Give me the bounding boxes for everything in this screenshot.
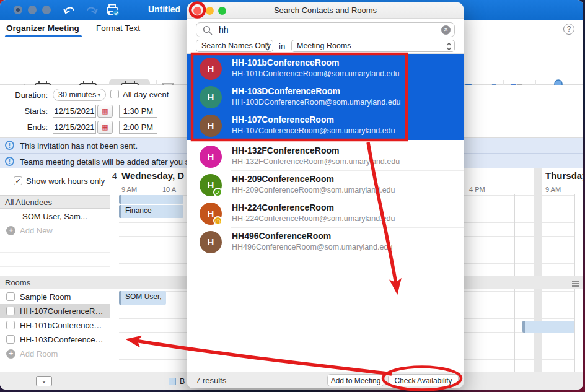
dialog-minimize-button[interactable] [206,7,214,15]
result-name: HH-103DConferenceRoom [232,86,340,96]
duration-label: Duration: [1,90,48,100]
ends-time-field[interactable] [119,121,157,134]
result-email: HH-132FConferenceRoom@som.umaryland.edu [232,157,400,166]
search-contacts-dialog: Search Contacts and Rooms ✕ Search Names… [187,2,464,388]
rooms-header: Rooms [0,276,110,289]
scope-value: Search Names Only [201,41,271,50]
event-label: Finance [125,206,152,215]
search-input[interactable] [218,24,434,36]
dialog-close-button[interactable] [193,7,201,15]
gridline [542,263,574,264]
day2-header: Thursday, D [545,170,583,181]
result-name: HH-224ConferenceRoom [232,203,334,212]
result-row-selected[interactable]: H HH-101bConferenceRoom HH-101bConferenc… [187,54,464,83]
folder-scope-dropdown[interactable]: Meeting Rooms [291,40,455,52]
room-label: HH-107ConferenceRoom [20,307,107,316]
results-count: 7 results [196,376,226,385]
result-email: HH-224ConferenceRoom@som.umaryland.edu [232,214,395,223]
gridline [542,346,574,346]
room-label: HH-101bConferenceRoom [20,321,107,330]
add-new-row[interactable]: + Add New [0,224,110,238]
gridline [542,250,574,250]
room-row-hh103d[interactable]: HH-103DConferenceRoom [0,333,110,347]
infobar-text: This invitation has not been sent. [20,141,138,150]
info-icon: ! [5,141,14,150]
calendar-event-finance[interactable]: Finance [119,205,183,218]
scope-in-label: in [279,41,285,51]
ends-date-field[interactable] [53,121,96,134]
show-work-hours-checkbox[interactable]: ✓ [14,176,22,185]
divider [187,53,464,54]
all-day-label: All day event [123,90,169,99]
clear-search-icon[interactable]: ✕ [441,25,451,35]
close-dot-icon [16,8,20,12]
avatar: H [200,115,222,137]
print-icon[interactable] [104,2,120,17]
all-day-checkbox[interactable] [110,90,119,98]
search-icon [203,25,213,35]
add-room-label: Add Room [20,349,58,359]
dialog-titlebar: Search Contacts and Rooms [187,2,464,19]
calendar-event-som-user[interactable]: SOM User, [119,291,166,305]
attendee-row[interactable]: SOM User, Sam... [22,212,87,221]
result-email: HH-101bConferenceRoom@som.umaryland.edu [232,69,399,78]
search-scope-dropdown[interactable]: Search Names Only [196,40,273,52]
dialog-title: Search Contacts and Rooms [187,6,464,15]
tab-format-text[interactable]: Format Text [96,24,140,33]
room-row-hh101b[interactable]: HH-101bConferenceRoom [0,318,110,333]
result-name: HH-132FConferenceRoom [232,146,339,155]
room-busy-block [522,321,574,333]
result-email: HH-103DConferenceRoom@som.umaryland.edu [232,98,401,107]
minimize-window-button[interactable] [28,6,37,14]
starts-date-picker-icon[interactable]: ▦ [97,105,113,118]
starts-time-field[interactable] [119,105,157,118]
room-row-sample[interactable]: Sample Room [0,290,110,304]
calendar-event[interactable] [119,195,183,204]
dialog-footer: 7 results Add to Meeting Check Availabil… [187,372,464,388]
avatar: H [200,231,222,253]
scope-value: Meeting Rooms [297,41,351,50]
room-checkbox[interactable] [6,335,15,344]
drag-handle-icon[interactable] [572,281,579,288]
attendees-sidebar: ✓ Show work hours only All Attendees SOM… [0,168,110,372]
stepper-icon [446,42,452,51]
add-to-meeting-button[interactable]: Add to Meeting [327,374,384,386]
ends-date-picker-icon[interactable]: ▦ [97,121,113,134]
gridline [542,291,574,292]
redo-icon[interactable] [83,2,99,17]
result-row[interactable]: H ✓ HH-209ConferenceRoom HH-209Conferenc… [187,171,464,199]
room-checkbox[interactable] [6,307,15,315]
result-row[interactable]: H HH-132FConferenceRoom HH-132FConferenc… [187,142,464,171]
room-checkbox[interactable] [6,321,15,329]
result-row-selected[interactable]: H HH-107ConferenceRoom HH-107ConferenceR… [187,111,464,140]
undo-icon[interactable] [62,2,78,17]
help-button[interactable]: ? [563,24,574,35]
duration-dropdown[interactable]: 30 minutes ▾ [53,89,106,101]
time-label-10am: 10 A [162,186,176,193]
time-label-9am: 9 AM [121,186,137,193]
starts-label: Starts: [1,107,48,116]
close-window-button[interactable] [14,6,22,14]
avatar: H [200,146,222,168]
dialog-zoom-button[interactable] [218,7,226,15]
room-row-hh107[interactable]: HH-107ConferenceRoom [0,304,110,318]
result-row[interactable]: H ◷ HH-224ConferenceRoom HH-224Conferenc… [187,199,464,228]
gridline [542,209,574,209]
collapse-chevron-button[interactable]: ⌄ [36,376,52,386]
day1-header: Wednesday, D [121,170,184,181]
divider [0,238,110,238]
tab-organizer-meeting[interactable]: Organizer Meeting [6,24,79,33]
result-row[interactable]: H HH496ConferenceRoom HH496ConferenceRoo… [187,228,464,256]
gridline [542,318,574,319]
result-row-selected[interactable]: H HH-103DConferenceRoom HH-103DConferenc… [187,83,464,111]
result-email: HH496ConferenceRoom@som.umaryland.edu [232,243,392,251]
add-icon: + [6,226,15,235]
add-room-row[interactable]: + Add Room [0,347,110,361]
zoom-window-button[interactable] [42,6,51,14]
check-availability-button[interactable]: Check Availability [388,374,459,386]
search-field[interactable]: ✕ [196,22,455,37]
starts-date-field[interactable] [53,105,96,118]
result-name: HH496ConferenceRoom [232,231,331,241]
gridline [542,236,574,237]
room-checkbox[interactable] [6,292,15,301]
